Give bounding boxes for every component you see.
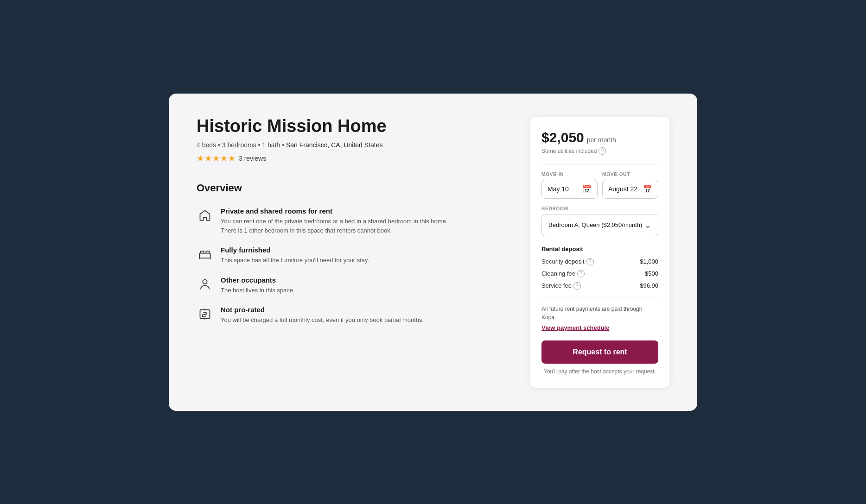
left-panel: Historic Mission Home 4 beds • 3 bedroom… — [197, 117, 503, 388]
divider-1 — [541, 164, 658, 164]
move-out-group: MOVE-OUT August 22 📅 — [602, 172, 658, 199]
service-fee-label: Service fee ? — [541, 282, 581, 290]
feature-item-not-prorated: Not pro-rated You will be charged a full… — [197, 306, 503, 325]
feature-item-furnished: Fully furnished This space has all the f… — [197, 246, 503, 265]
star-rating: ★★★★★ — [197, 153, 236, 164]
property-meta: 4 beds • 3 bedrooms • 1 bath • San Franc… — [197, 141, 503, 149]
svg-rect-0 — [199, 253, 210, 258]
move-in-calendar-icon: 📅 — [582, 185, 592, 194]
feature-item-occupants: Other occupants The host lives in this s… — [197, 276, 503, 295]
feature-title-0: Private and shared rooms for rent — [221, 207, 462, 215]
bedroom-field: BEDROOM Bedroom A, Queen ($2,050/month) … — [541, 206, 658, 236]
fee-row-cleaning: Cleaning fee ? $500 — [541, 270, 658, 277]
property-meta-text: 4 beds • 3 bedrooms • 1 bath • — [197, 141, 284, 149]
price-period: per month — [587, 136, 616, 144]
feature-title-1: Fully furnished — [221, 246, 369, 254]
move-out-calendar-icon: 📅 — [643, 185, 652, 194]
main-card: Historic Mission Home 4 beds • 3 bedroom… — [169, 94, 697, 411]
service-fee-info-icon[interactable]: ? — [573, 282, 581, 290]
date-fields: MOVE-IN May 10 📅 MOVE-OUT August 22 📅 — [541, 172, 658, 199]
move-out-input[interactable]: August 22 📅 — [602, 180, 658, 199]
security-deposit-amount: $1,000 — [640, 258, 658, 265]
cleaning-fee-label: Cleaning fee ? — [541, 270, 585, 277]
overview-heading: Overview — [197, 182, 503, 194]
utilities-text: Some utilities included — [541, 148, 597, 154]
security-deposit-info-icon[interactable]: ? — [586, 258, 594, 265]
bed-icon — [197, 246, 213, 263]
person-icon — [197, 276, 213, 293]
move-out-label: MOVE-OUT — [602, 172, 658, 177]
service-fee-amount: $96.90 — [640, 282, 658, 289]
price-row: $2,050 per month — [541, 130, 658, 145]
bedroom-select[interactable]: Bedroom A, Queen ($2,050/month) ⌄ — [541, 214, 658, 236]
feature-desc-3: You will be charged a full monthly cost,… — [221, 315, 424, 325]
booking-card: $2,050 per month Some utilities included… — [530, 117, 669, 388]
cleaning-fee-info-icon[interactable]: ? — [577, 270, 585, 277]
feature-list: Private and shared rooms for rent You ca… — [197, 207, 503, 325]
fee-row-security: Security deposit ? $1,000 — [541, 258, 658, 265]
utilities-info-icon[interactable]: ? — [599, 147, 606, 155]
price-amount: $2,050 — [541, 130, 584, 145]
move-out-value: August 22 — [608, 185, 637, 193]
bedroom-label: BEDROOM — [541, 206, 658, 211]
property-location-link[interactable]: San Francisco, CA, United States — [286, 141, 383, 149]
home-icon — [197, 207, 213, 224]
feature-title-3: Not pro-rated — [221, 306, 424, 314]
reviews-count: 3 reviews — [239, 155, 266, 162]
pay-later-note: You'll pay after the host accepts your r… — [541, 368, 658, 375]
svg-point-1 — [203, 279, 207, 284]
bedroom-value: Bedroom A, Queen ($2,050/month) — [548, 221, 642, 228]
right-panel: $2,050 per month Some utilities included… — [530, 117, 669, 388]
fee-row-service: Service fee ? $96.90 — [541, 282, 658, 290]
dollar-icon — [197, 306, 213, 322]
move-in-input[interactable]: May 10 📅 — [541, 180, 598, 199]
feature-desc-2: The host lives in this space. — [221, 286, 295, 295]
feature-item-private-shared: Private and shared rooms for rent You ca… — [197, 207, 503, 235]
feature-desc-0: You can rent one of the private bedrooms… — [221, 217, 462, 235]
move-in-label: MOVE-IN — [541, 172, 598, 177]
rental-deposit-heading: Rental deposit — [541, 246, 658, 252]
divider-2 — [541, 297, 658, 297]
cleaning-fee-amount: $500 — [645, 270, 658, 277]
utilities-row: Some utilities included ? — [541, 147, 658, 155]
chevron-down-icon: ⌄ — [644, 220, 651, 230]
property-title: Historic Mission Home — [197, 117, 503, 136]
request-to-rent-button[interactable]: Request to rent — [541, 340, 658, 364]
view-payment-schedule-link[interactable]: View payment schedule — [541, 324, 658, 331]
payment-note: All future rent payments are paid throug… — [541, 305, 658, 321]
move-in-group: MOVE-IN May 10 📅 — [541, 172, 598, 199]
security-deposit-label: Security deposit ? — [541, 258, 594, 265]
move-in-value: May 10 — [548, 185, 569, 193]
feature-title-2: Other occupants — [221, 276, 295, 284]
stars-row: ★★★★★ 3 reviews — [197, 153, 503, 164]
feature-desc-1: This space has all the furniture you'll … — [221, 256, 369, 265]
